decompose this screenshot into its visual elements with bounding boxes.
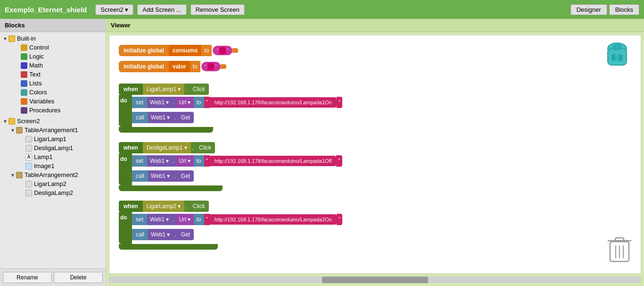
to-kw-1: to (194, 97, 204, 108)
logic-label: Logic (29, 53, 44, 60)
sidebar-bottom: Rename Delete (0, 269, 106, 286)
sidebar-item-ligarlamp1[interactable]: LigarLamp1 (0, 135, 106, 143)
add-screen-button[interactable]: Add Screen ... (137, 4, 186, 15)
sidebar-item-image1[interactable]: Image1 (0, 161, 106, 170)
desligalamp2-icon (25, 190, 32, 196)
expand-table2-icon: ▼ (9, 172, 16, 178)
when-tail-2 (119, 185, 223, 191)
colors-color-icon (21, 89, 27, 96)
sidebar-item-logic[interactable]: Logic (0, 52, 106, 61)
sidebar-item-lists[interactable]: Lists (0, 79, 106, 88)
sidebar-item-math[interactable]: Math (0, 61, 106, 70)
sidebar-item-control[interactable]: Control (0, 43, 106, 52)
do-side-3: do (119, 212, 132, 244)
web-comp-1: Web1 ▾ (147, 97, 172, 108)
when-desligalamp1-block: when DesligaLamp1 ▾ . Click do set Web1 … (119, 142, 631, 191)
url-value-3: http://192.168.1.178/facacomarduino/Lamp… (210, 214, 337, 225)
backpack-icon[interactable] (603, 40, 631, 71)
url-value-1: http://192.168.1.178/facacomarduino/Lamp… (210, 97, 337, 108)
sidebar-item-desligalamp2[interactable]: DesligaLamp2 (0, 188, 106, 197)
builtin-label: Built-in (17, 35, 36, 42)
prop-kw-2: Url ▾ (176, 155, 194, 167)
init-valor-block: initialize global valor to " " (119, 61, 631, 72)
when-dot-3: . (184, 201, 189, 212)
svg-rect-7 (615, 238, 624, 241)
table2-label: TableArrangement2 (25, 171, 78, 178)
viewer-content[interactable]: initialize global consumo to " " initial… (109, 35, 641, 274)
when-tail-3 (119, 244, 218, 250)
when-dot-1: . (184, 84, 189, 95)
when-kw-1: when (119, 84, 143, 95)
control-color-icon (21, 44, 27, 51)
sidebar-item-procedures[interactable]: Procedures (0, 106, 106, 115)
sidebar-tree[interactable]: ▼ Built-in Control Logic Math (0, 32, 106, 269)
screen2-label: Screen2 (17, 118, 40, 125)
when-ligarlamp1-row: when LigarLamp1 ▾ . Click (119, 84, 631, 95)
table1-label: TableArrangement1 (25, 126, 78, 134)
do-side-2: do (119, 153, 132, 185)
viewer-header: Viewer (106, 19, 644, 32)
trash-icon[interactable] (608, 236, 631, 262)
expand-screen2-icon: ▼ (2, 118, 8, 124)
when-event-1: Click (189, 84, 209, 95)
when-kw-3: when (119, 201, 143, 212)
call-get-row-3: call Web1 ▾ . Get (132, 229, 342, 240)
when-component-3: LigarLamp2 ▾ (143, 201, 185, 212)
sidebar-item-ligarlamp2[interactable]: LigarLamp2 (0, 179, 106, 188)
init-end-2 (221, 64, 226, 69)
blocks-canvas: initialize global consumo to " " initial… (109, 35, 641, 271)
sidebar-item-table1[interactable]: ▼ TableArrangement1 (0, 126, 106, 135)
sidebar-item-table2[interactable]: ▼ TableArrangement2 (0, 170, 106, 179)
sidebar-item-desligalamp1[interactable]: DesligaLamp1 (0, 143, 106, 152)
rename-button[interactable]: Rename (3, 272, 52, 283)
dot-2: . (172, 155, 176, 167)
init-value-2: " " (201, 62, 221, 71)
sidebar-item-text[interactable]: Text (0, 70, 106, 79)
svg-rect-3 (615, 54, 619, 61)
ligarlamp2-label: LigarLamp2 (34, 180, 66, 187)
str-quote-open-3: " (204, 214, 210, 225)
call-kw-3: call (132, 229, 148, 240)
when-component-1: LigarLamp1 ▾ (143, 84, 185, 95)
when-ligarlamp2-block: when LigarLamp2 ▾ . Click do set Web1 ▾ (119, 201, 631, 250)
blocks-button[interactable]: Blocks (609, 4, 639, 15)
when-ligarlamp2-row: when LigarLamp2 ▾ . Click (119, 201, 631, 212)
designer-button[interactable]: Designer (570, 4, 607, 15)
str-quote-close-1: " (337, 97, 342, 108)
when-event-3: Click (189, 201, 209, 212)
image1-icon (25, 163, 32, 169)
sidebar-item-screen2[interactable]: ▼ Screen2 (0, 117, 106, 126)
sidebar-item-colors[interactable]: Colors (0, 88, 106, 97)
when-dot-2: . (191, 142, 195, 153)
viewer-hscroll-thumb[interactable] (322, 277, 429, 283)
get-kw-3: Get (177, 229, 194, 240)
variables-label: Variables (29, 98, 54, 105)
remove-screen-button[interactable]: Remove Screen (190, 4, 245, 15)
dot-call-3: . (173, 229, 177, 240)
folder-icon (8, 35, 15, 42)
math-label: Math (29, 62, 43, 69)
lists-label: Lists (29, 80, 42, 87)
text-color-icon (21, 71, 27, 78)
colors-label: Colors (29, 89, 47, 96)
sidebar-item-builtin[interactable]: ▼ Built-in (0, 34, 106, 43)
do-label-1: do (119, 95, 132, 106)
delete-button[interactable]: Delete (54, 272, 103, 283)
sidebar-item-variables[interactable]: Variables (0, 97, 106, 106)
ligarlamp1-icon (25, 136, 32, 143)
screen2-dropdown[interactable]: Screen2 ▾ (95, 4, 133, 15)
init-consumo-block: initialize global consumo to " " (119, 45, 631, 56)
lamp1-icon: A (25, 154, 32, 160)
prop-kw-3: Url ▾ (176, 214, 194, 225)
viewer-horizontal-scrollbar[interactable] (109, 277, 641, 283)
sidebar-item-lamp1[interactable]: A Lamp1 (0, 152, 106, 161)
table2-folder-icon (16, 172, 23, 178)
variables-color-icon (21, 98, 27, 105)
procedures-label: Procedures (29, 107, 60, 114)
screen2-folder-icon (8, 118, 15, 125)
sidebar-header: Blocks (0, 19, 106, 32)
init-to-1: to (201, 45, 212, 56)
logic-color-icon (21, 53, 27, 60)
web-comp-call-2: Web1 ▾ (148, 170, 173, 182)
header: Exemplo_Eternet_shield Screen2 ▾ Add Scr… (0, 0, 644, 19)
